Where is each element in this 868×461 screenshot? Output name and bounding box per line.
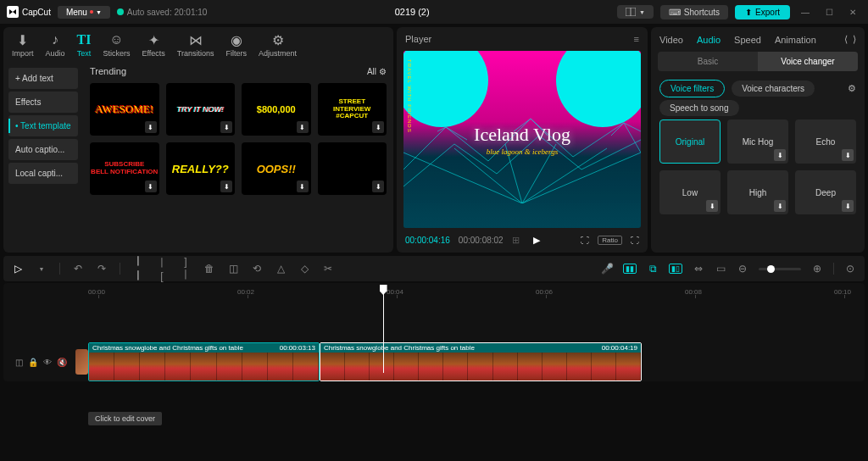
pointer-tool[interactable]: ▷ [12, 263, 24, 275]
mirror-button[interactable]: △ [275, 263, 287, 275]
voice-deep[interactable]: Deep⬇ [795, 170, 856, 214]
download-icon[interactable]: ⬇ [297, 181, 309, 192]
side-item-0[interactable]: + Add text [8, 68, 78, 89]
speech-to-song-pill[interactable]: Speech to song [659, 100, 739, 116]
mic-button[interactable]: 🎤 [601, 263, 613, 275]
undo-button[interactable]: ↶ [72, 263, 84, 275]
magnet-button[interactable]: ⧉ [647, 263, 659, 275]
tool-tab-import[interactable]: ⬇Import [12, 32, 34, 58]
side-item-4[interactable]: Local capti... [8, 163, 78, 184]
minimize-button[interactable]: — [797, 3, 814, 20]
split-left-button[interactable]: 〡[ [156, 256, 168, 282]
scale-icon[interactable]: ⛶ [581, 236, 589, 245]
rotate-button[interactable]: ◇ [298, 263, 310, 275]
ratio-button[interactable]: Ratio [598, 236, 622, 245]
template-card-3[interactable]: STREETINTERVIEW#CAPCUT⬇ [318, 83, 387, 136]
clip-0[interactable]: Christmas snowglobe and Christmas gifts … [88, 342, 320, 381]
pill-filter-icon[interactable]: ⚙ [848, 83, 856, 94]
template-card-2[interactable]: $800,000⬇ [242, 83, 311, 136]
fit-button[interactable]: ⊙ [844, 263, 856, 275]
cover-thumbnail[interactable] [75, 349, 88, 375]
template-card-4[interactable]: SUBSCRIBEBELL NOTIFICATION⬇ [90, 142, 159, 195]
side-item-3[interactable]: Auto captio... [8, 139, 78, 160]
prop-tab-animation[interactable]: Animation [775, 35, 816, 45]
crop-button[interactable]: ✂ [322, 263, 334, 275]
play-button[interactable]: ▶ [533, 235, 540, 246]
subtab-1[interactable]: Voice changer [758, 52, 858, 71]
layout-button[interactable]: ▼ [617, 5, 654, 19]
zoom-slider[interactable] [759, 268, 801, 270]
crop-tool[interactable]: ◫ [227, 263, 239, 275]
redo-button[interactable]: ↷ [96, 263, 108, 275]
tool-tab-effects[interactable]: ✦Effects [142, 32, 164, 58]
app-logo: CapCut [7, 6, 51, 18]
project-title: 0219 (2) [214, 7, 610, 17]
download-icon[interactable]: ⬇ [842, 149, 854, 161]
subtab-0[interactable]: Basic [658, 52, 758, 71]
zoom-in[interactable]: ⊕ [811, 263, 823, 275]
export-button[interactable]: ⬆ Export [735, 5, 790, 19]
download-icon[interactable]: ⬇ [297, 121, 309, 133]
voice-high[interactable]: High⬇ [727, 170, 788, 214]
download-icon[interactable]: ⬇ [145, 181, 157, 192]
voice-low[interactable]: Low⬇ [659, 170, 721, 214]
split-button[interactable]: 〡〡 [132, 254, 144, 283]
prop-tab-speed[interactable]: Speed [734, 35, 761, 45]
link-button[interactable]: ⇔ [693, 263, 704, 275]
maximize-button[interactable]: ☐ [821, 3, 837, 20]
player-title: Player [405, 34, 431, 44]
track-mute[interactable]: 🔇 [57, 358, 67, 367]
voice-original[interactable]: Original [659, 119, 721, 164]
template-card-6[interactable]: OOPS!!⬇ [242, 142, 311, 195]
preview-button[interactable]: ▭ [715, 263, 726, 275]
player-viewport[interactable]: TRAVEL WITH FRIENDS Iceland Vlog blue la… [403, 51, 641, 228]
reverse-button[interactable]: ⟲ [251, 263, 263, 275]
snap-2[interactable]: ▮▯ [669, 264, 682, 274]
template-card-1[interactable]: TRY IT NOW!⬇ [166, 83, 236, 136]
fullscreen-icon[interactable]: ⛶ [631, 236, 639, 245]
template-card-7[interactable]: ⬇ [318, 142, 387, 195]
track-collapse[interactable]: ◫ [15, 358, 23, 367]
template-card-5[interactable]: REALLY??⬇ [166, 142, 236, 195]
download-icon[interactable]: ⬇ [842, 200, 854, 212]
player-menu-icon[interactable]: ≡ [634, 34, 639, 44]
split-right-button[interactable]: ]〡 [180, 256, 192, 282]
tool-tab-transitions[interactable]: ⋈Transitions [177, 32, 214, 58]
clip-1[interactable]: Christmas snowglobe and Christmas gifts … [320, 342, 642, 381]
tool-tab-text[interactable]: TIText [77, 32, 92, 58]
download-icon[interactable]: ⬇ [220, 181, 232, 192]
prop-tab-audio[interactable]: Audio [697, 35, 721, 45]
pointer-dropdown[interactable]: ▼ [36, 266, 47, 272]
side-item-2[interactable]: • Text template [8, 115, 78, 136]
snap-1[interactable]: ▮▮ [623, 264, 637, 274]
prop-more-icon[interactable]: ⟩ [853, 34, 856, 45]
download-icon[interactable]: ⬇ [372, 181, 384, 192]
all-filter-button[interactable]: All ⚙ [367, 67, 387, 76]
pill-1[interactable]: Voice characters [732, 81, 815, 97]
pill-0[interactable]: Voice filters [659, 80, 725, 97]
track-visible[interactable]: 👁 [43, 358, 52, 367]
tool-tab-audio[interactable]: ♪Audio [46, 32, 65, 58]
template-card-0[interactable]: AWESOME!⬇ [90, 83, 159, 136]
download-icon[interactable]: ⬇ [372, 121, 384, 133]
voice-mic-hog[interactable]: Mic Hog⬇ [727, 119, 788, 164]
prop-tab-video[interactable]: Video [659, 35, 683, 45]
download-icon[interactable]: ⬇ [706, 200, 718, 212]
download-icon[interactable]: ⬇ [145, 121, 157, 133]
tool-tab-filters[interactable]: ◉Filters [226, 32, 248, 58]
delete-button[interactable]: 🗑 [203, 263, 215, 275]
voice-echo[interactable]: Echo⬇ [795, 119, 856, 164]
track-lock[interactable]: 🔒 [28, 358, 38, 367]
download-icon[interactable]: ⬇ [220, 121, 232, 133]
tool-tab-stickers[interactable]: ☺Stickers [103, 32, 130, 58]
close-button[interactable]: ✕ [844, 3, 861, 20]
menu-button[interactable]: Menu▼ [58, 6, 110, 19]
download-icon[interactable]: ⬇ [774, 200, 786, 212]
download-icon[interactable]: ⬇ [774, 149, 786, 161]
prop-scroll[interactable]: ⟨ [844, 34, 848, 45]
grid-icon[interactable]: ⊞ [512, 235, 520, 246]
zoom-out[interactable]: ⊖ [737, 263, 748, 275]
tool-tab-adjustment[interactable]: ⚙Adjustment [259, 32, 297, 58]
shortcuts-button[interactable]: ⌨ Shortcuts [660, 5, 728, 19]
side-item-1[interactable]: Effects [8, 92, 78, 113]
